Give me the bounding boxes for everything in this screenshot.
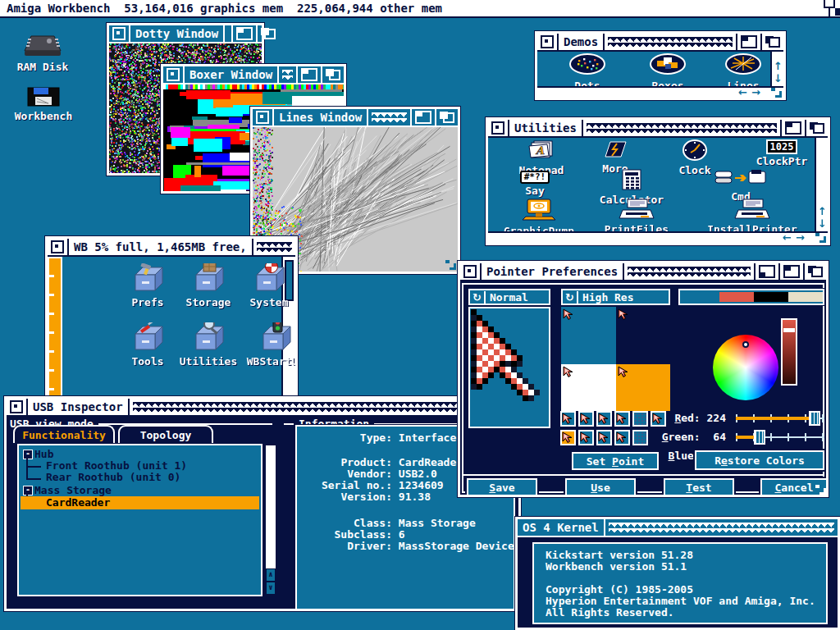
- dotty-zoom-gadget[interactable]: [233, 25, 258, 42]
- utilities-icon-say[interactable]: #*?! Say: [514, 171, 555, 197]
- use-button[interactable]: Use: [565, 478, 636, 495]
- color-swatch-strip[interactable]: [678, 289, 824, 305]
- demos-drag-bar[interactable]: [605, 34, 737, 50]
- demos-zoom-gadget[interactable]: [737, 34, 762, 50]
- dotty-close-gadget[interactable]: [109, 25, 130, 42]
- demos-depth-gadget[interactable]: [762, 34, 783, 50]
- usb-scroll-up-button[interactable]: ∧: [266, 568, 276, 582]
- wb-close-gadget[interactable]: [48, 239, 69, 255]
- utilities-depth-gadget[interactable]: [806, 120, 828, 136]
- pointer-drag-bar[interactable]: [624, 263, 756, 280]
- boxer-drag-bar[interactable]: [279, 66, 298, 83]
- pointer-palette-thumb-10[interactable]: [614, 430, 630, 445]
- normal-cycle-gadget[interactable]: ↻ Normal: [468, 289, 550, 305]
- pointer-palette-thumb-3[interactable]: [596, 411, 612, 427]
- pointer-palette-thumb-1[interactable]: [560, 411, 576, 427]
- utilities-scroll-right-arrow[interactable]: →: [796, 233, 805, 243]
- tree-item-mass-storage[interactable]: Mass Storage: [34, 485, 112, 496]
- boxer-zoom-gadget[interactable]: [298, 66, 322, 83]
- boxer-depth-gadget[interactable]: [322, 66, 344, 83]
- demos-scroll-up-arrow[interactable]: ↑: [774, 62, 783, 71]
- tab-functionality[interactable]: Functionality: [13, 425, 115, 443]
- pointer-size-gadget[interactable]: [815, 485, 826, 495]
- dotty-depth-gadget[interactable]: [258, 25, 279, 42]
- utilities-icon-clockptr[interactable]: 1025 ClockPtr: [749, 139, 815, 167]
- mass-storage-collapse-gadget[interactable]: -: [23, 486, 33, 495]
- usb-scroll-down-button[interactable]: ∨: [266, 582, 276, 595]
- red-slider[interactable]: [736, 411, 824, 426]
- pointer-palette-thumb-7-selected[interactable]: [560, 430, 576, 445]
- utilities-close-gadget[interactable]: [488, 120, 509, 136]
- wb-drag-bar[interactable]: [253, 239, 295, 255]
- lines-size-gadget[interactable]: [445, 260, 456, 270]
- wb-icon-storage[interactable]: Storage: [179, 263, 238, 308]
- tree-item-hub[interactable]: Hub: [34, 449, 53, 460]
- red-label: Red:: [674, 412, 700, 424]
- save-button[interactable]: Save: [467, 478, 537, 495]
- lines-depth-gadget[interactable]: [436, 109, 458, 126]
- value-slider-handle[interactable]: [783, 328, 795, 332]
- desktop-icon-ram-disk[interactable]: RAM Disk: [10, 33, 75, 73]
- wb-icon-system[interactable]: System: [243, 263, 295, 308]
- swatch-red[interactable]: [719, 292, 754, 302]
- wb-icon-wbstartup[interactable]: WBStartUp: [243, 322, 295, 368]
- set-point-button[interactable]: Set Point: [572, 452, 659, 470]
- pointer-palette-thumb-9[interactable]: [596, 430, 612, 445]
- printfiles-icon: [618, 199, 655, 222]
- dotty-drag-bar[interactable]: [225, 25, 233, 42]
- utilities-scroll-left-arrow[interactable]: ←: [783, 233, 792, 243]
- pointer-palette-thumb-4[interactable]: [614, 411, 630, 427]
- restore-colors-button[interactable]: Restore Colors: [695, 450, 824, 470]
- demos-size-gadget[interactable]: [771, 88, 782, 98]
- utilities-icon-printfiles[interactable]: PrintFiles: [600, 199, 673, 235]
- pointer-palette-thumb-5[interactable]: [632, 411, 648, 427]
- pointer-close-gadget[interactable]: [460, 263, 482, 280]
- utilities-scroll-down-arrow[interactable]: ↓: [818, 219, 827, 229]
- pointer-iconify-gadget[interactable]: [756, 263, 780, 280]
- pointer-depth-gadget[interactable]: [805, 263, 826, 280]
- boxer-close-gadget[interactable]: [163, 66, 185, 83]
- utilities-icon-installprinter[interactable]: InstallPrinter: [703, 199, 801, 235]
- utilities-drag-bar[interactable]: [583, 120, 782, 136]
- utilities-size-gadget[interactable]: [815, 233, 826, 243]
- tree-item-front-roothub[interactable]: Front Roothub (unit 1): [46, 460, 187, 472]
- pointer-palette-thumb-11[interactable]: [632, 430, 648, 445]
- lines-close-gadget[interactable]: [253, 109, 274, 126]
- swatch-beige[interactable]: [788, 292, 823, 302]
- hub-collapse-gadget[interactable]: -: [23, 450, 33, 459]
- value-slider[interactable]: [781, 318, 797, 386]
- desktop-icon-workbench[interactable]: Workbench: [8, 87, 79, 122]
- utilities-icon-cmd[interactable]: Cmd: [706, 169, 775, 203]
- wb-icon-tools[interactable]: Tools: [121, 322, 174, 368]
- lines-drag-bar[interactable]: [368, 109, 412, 126]
- usb-device-tree[interactable]: - Hub Front Roothub (unit 1) Rear Roothu…: [17, 444, 262, 596]
- lines-zoom-gadget[interactable]: [412, 109, 436, 126]
- utilities-scroll-up-arrow[interactable]: ↑: [818, 207, 827, 217]
- usb-window-title: USB Inspector: [28, 399, 130, 415]
- color-wheel[interactable]: [713, 335, 778, 400]
- demos-close-gadget[interactable]: [537, 34, 559, 50]
- clockptr-icon: 1025: [766, 139, 798, 154]
- pointer-palette-thumb-8[interactable]: [578, 430, 594, 445]
- test-button[interactable]: Test: [664, 478, 734, 495]
- pointer-zoom-gadget[interactable]: [780, 263, 805, 280]
- usb-close-gadget[interactable]: [7, 399, 28, 415]
- demos-scroll-down-arrow[interactable]: ↓: [774, 74, 783, 84]
- green-slider[interactable]: [736, 430, 824, 445]
- highres-cycle-gadget[interactable]: ↻ High Res: [561, 289, 670, 305]
- tree-item-cardreader-selected[interactable]: CardReader: [21, 496, 259, 509]
- color-wheel-marker[interactable]: [742, 341, 749, 348]
- tab-topology[interactable]: Topology: [118, 425, 213, 443]
- tree-item-rear-roothub[interactable]: Rear Roothub (unit 0): [46, 472, 180, 483]
- kernel-drag-bar[interactable]: [605, 519, 838, 536]
- pointer-palette-thumb-6[interactable]: [651, 411, 666, 427]
- wb-icon-prefs[interactable]: Prefs: [121, 263, 174, 308]
- wb-icon-utilities[interactable]: Utilities: [176, 322, 241, 368]
- usb-tree-scrollbar[interactable]: ∧ ∨: [264, 444, 277, 596]
- demos-scroll-right-arrow[interactable]: →: [751, 88, 760, 98]
- swatch-black[interactable]: [754, 292, 788, 302]
- demos-scroll-left-arrow[interactable]: ←: [738, 88, 747, 98]
- pointer-editor[interactable]: [468, 307, 550, 428]
- pointer-palette-thumb-2[interactable]: [578, 411, 594, 427]
- utilities-zoom-gadget[interactable]: [782, 120, 806, 136]
